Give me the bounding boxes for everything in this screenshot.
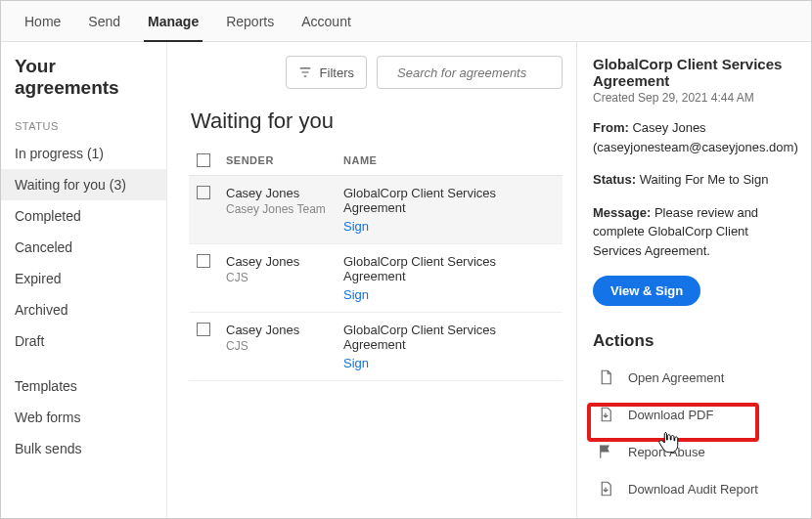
action-download-audit[interactable]: Download Audit Report	[593, 470, 795, 507]
sign-link[interactable]: Sign	[343, 287, 555, 302]
action-download-pdf[interactable]: Download PDF	[593, 396, 795, 433]
nav-home[interactable]: Home	[11, 1, 74, 41]
sidebar-item-completed[interactable]: Completed	[1, 200, 166, 232]
row-sender: Casey Jones	[226, 323, 328, 337]
sidebar: Your agreements STATUS In progress (1) W…	[1, 42, 167, 518]
sidebar-item-draft[interactable]: Draft	[1, 325, 166, 357]
nav-account[interactable]: Account	[288, 1, 365, 41]
sidebar-item-canceled[interactable]: Canceled	[1, 232, 166, 263]
action-open-agreement[interactable]: Open Agreement	[593, 359, 795, 396]
detail-title: GlobalCorp Client Services Agreement	[593, 56, 795, 89]
actions-heading: Actions	[593, 331, 795, 351]
row-checkbox[interactable]	[197, 186, 210, 199]
section-title: Waiting for you	[191, 108, 563, 134]
agreements-table: SENDER NAME Casey Jones Casey Jones Team…	[189, 144, 563, 381]
sign-link[interactable]: Sign	[343, 356, 555, 370]
main-content: Filters Waiting for you SENDER NAME	[167, 42, 576, 518]
row-name: GlobalCorp Client Services Agreement	[343, 323, 555, 352]
status-label: Status:	[593, 172, 636, 187]
checkbox-all[interactable]	[197, 153, 210, 167]
nav-reports[interactable]: Reports	[212, 1, 288, 41]
details-panel: GlobalCorp Client Services Agreement Cre…	[576, 42, 811, 518]
row-name: GlobalCorp Client Services Agreement	[343, 254, 555, 283]
sidebar-item-templates[interactable]: Templates	[1, 370, 166, 402]
message-label: Message:	[593, 205, 651, 220]
sign-link[interactable]: Sign	[343, 219, 555, 234]
action-label: Report Abuse	[628, 445, 705, 459]
download-audit-icon	[597, 480, 614, 497]
row-sender-sub: Casey Jones Team	[226, 202, 328, 216]
row-sender: Casey Jones	[226, 254, 328, 269]
sidebar-item-in-progress[interactable]: In progress (1)	[1, 138, 166, 169]
sidebar-item-expired[interactable]: Expired	[1, 263, 166, 294]
table-row[interactable]: Casey Jones Casey Jones Team GlobalCorp …	[189, 176, 563, 244]
document-icon	[597, 368, 614, 386]
search-box[interactable]	[377, 56, 563, 89]
download-pdf-icon	[597, 406, 614, 423]
detail-created: Created Sep 29, 2021 4:44 AM	[593, 91, 795, 105]
toolbar: Filters	[189, 56, 563, 89]
table-row[interactable]: Casey Jones CJS GlobalCorp Client Servic…	[189, 244, 563, 313]
sidebar-item-waiting[interactable]: Waiting for you (3)	[1, 169, 166, 200]
view-sign-button[interactable]: View & Sign	[593, 276, 700, 306]
row-checkbox[interactable]	[197, 323, 210, 336]
filters-button[interactable]: Filters	[286, 56, 367, 89]
status-value: Waiting For Me to Sign	[640, 172, 769, 187]
sidebar-item-bulksends[interactable]: Bulk sends	[1, 433, 166, 464]
action-hide-agreement[interactable]: Hide Agreement	[593, 507, 795, 519]
row-sender-sub: CJS	[226, 339, 328, 353]
row-name: GlobalCorp Client Services Agreement	[343, 186, 555, 215]
action-report-abuse[interactable]: Report Abuse	[593, 433, 795, 470]
col-name[interactable]: NAME	[336, 144, 563, 176]
filters-label: Filters	[320, 65, 354, 80]
col-sender[interactable]: SENDER	[218, 144, 336, 176]
nav-send[interactable]: Send	[74, 1, 134, 41]
search-input[interactable]	[397, 65, 563, 80]
row-sender: Casey Jones	[226, 186, 328, 200]
top-nav: Home Send Manage Reports Account	[1, 1, 811, 42]
row-checkbox[interactable]	[197, 254, 210, 268]
from-label: From:	[593, 120, 629, 135]
sidebar-item-archived[interactable]: Archived	[1, 294, 166, 325]
sidebar-status-head: STATUS	[1, 114, 166, 138]
from-email: (caseyjonesteam@caseyjones.dom)	[593, 140, 798, 154]
table-row[interactable]: Casey Jones CJS GlobalCorp Client Servic…	[189, 313, 563, 381]
action-label: Download Audit Report	[628, 482, 758, 497]
action-label: Download PDF	[628, 408, 713, 422]
flag-icon	[597, 443, 614, 460]
row-sender-sub: CJS	[226, 271, 328, 284]
from-name: Casey Jones	[632, 120, 705, 135]
action-label: Open Agreement	[628, 370, 724, 385]
filter-icon	[298, 65, 312, 79]
sidebar-title: Your agreements	[1, 56, 166, 114]
nav-manage[interactable]: Manage	[134, 1, 212, 41]
sidebar-item-webforms[interactable]: Web forms	[1, 402, 166, 433]
